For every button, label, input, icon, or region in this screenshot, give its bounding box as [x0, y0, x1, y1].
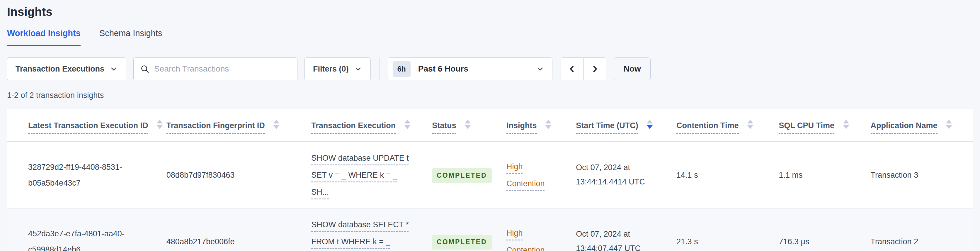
now-button[interactable]: Now — [614, 58, 651, 80]
cell-application-name: Transaction 2 — [871, 208, 973, 251]
column-header-application-name[interactable]: Application Name — [871, 109, 973, 142]
next-time-window-button[interactable] — [584, 58, 606, 80]
cell-start-time: Oct 07, 2024 at 13:44:07.447 UTC — [576, 227, 664, 251]
transaction-insights-table: Latest Transaction Execution ID Transact… — [7, 109, 973, 251]
sort-icon — [274, 120, 279, 129]
cell-contention-time: 21.3 s — [676, 208, 779, 251]
controls-row: Transaction Executions Filters (0) 6h Pa… — [7, 58, 973, 80]
chevron-down-icon — [110, 65, 118, 73]
tab-bar: Workload Insights Schema Insights — [7, 29, 973, 46]
status-badge: COMPLETED — [432, 235, 492, 249]
column-header-sql-cpu-time[interactable]: SQL CPU Time — [779, 109, 870, 142]
cell-sql-cpu-time: 1.1 ms — [779, 142, 870, 208]
column-header-insights[interactable]: Insights — [506, 109, 576, 142]
column-header-latest-transaction-execution-id[interactable]: Latest Transaction Execution ID — [7, 109, 167, 142]
search-icon — [140, 64, 150, 74]
cell-start-time: Oct 07, 2024 at 13:44:14.4414 UTC — [576, 160, 664, 189]
cell-sql-cpu-time: 716.3 µs — [779, 208, 870, 251]
sort-icon-active-desc — [647, 120, 653, 129]
chevron-left-icon — [567, 64, 577, 74]
results-summary: 1-2 of 2 transaction insights — [7, 91, 973, 100]
search-input[interactable] — [154, 64, 291, 74]
table-row: 452da3e7-e7fa-4801-aa40-c59988d14eb6 480… — [7, 208, 973, 251]
cell-latest-execution-id: 328729d2-ff19-4408-8531-b05a5b4e43c7 — [7, 142, 167, 208]
time-shortcut-chip: 6h — [393, 61, 410, 77]
table-row: 328729d2-ff19-4408-8531-b05a5b4e43c7 08d… — [7, 142, 973, 208]
previous-time-window-button[interactable] — [561, 58, 584, 80]
cell-fingerprint-id: 480a8b217be006fe — [167, 208, 311, 251]
column-header-status[interactable]: Status — [432, 109, 506, 142]
insights-table-card: Latest Transaction Execution ID Transact… — [7, 109, 973, 251]
insight-link[interactable]: High Contention — [506, 158, 550, 192]
page-title: Insights — [7, 0, 973, 19]
time-range-label: Past 6 Hours — [418, 64, 536, 74]
cell-application-name: Transaction 3 — [871, 142, 973, 208]
tab-schema-insights[interactable]: Schema Insights — [99, 29, 162, 46]
sort-icon — [546, 120, 551, 129]
time-window-pager — [561, 58, 606, 80]
filters-dropdown-label: Filters (0) — [313, 64, 349, 74]
chevron-down-icon — [536, 64, 544, 73]
divider — [379, 58, 380, 80]
chevron-right-icon — [590, 64, 600, 74]
sort-icon — [157, 120, 163, 129]
sort-icon — [747, 120, 753, 129]
tab-workload-insights[interactable]: Workload Insights — [7, 29, 81, 46]
status-badge: COMPLETED — [432, 168, 492, 183]
sort-icon — [843, 120, 849, 129]
insights-page: Insights Workload Insights Schema Insigh… — [0, 0, 980, 251]
column-header-transaction-execution[interactable]: Transaction Execution — [311, 109, 432, 142]
chevron-down-icon — [354, 65, 362, 73]
sort-icon — [946, 120, 952, 129]
time-range-picker[interactable]: 6h Past 6 Hours — [388, 58, 552, 80]
sort-icon — [404, 120, 410, 129]
cell-latest-execution-id: 452da3e7-e7fa-4801-aa40-c59988d14eb6 — [7, 208, 167, 251]
cell-fingerprint-id: 08d8b7d97f830463 — [167, 142, 311, 208]
insight-type-dropdown[interactable]: Transaction Executions — [7, 58, 126, 80]
insight-link[interactable]: High Contention — [506, 225, 550, 251]
transaction-execution-link[interactable]: SHOW database SELECT * FROM t WHERE k = … — [311, 216, 411, 251]
table-header-row: Latest Transaction Execution ID Transact… — [7, 109, 973, 142]
column-header-contention-time[interactable]: Contention Time — [676, 109, 779, 142]
column-header-transaction-fingerprint-id[interactable]: Transaction Fingerprint ID — [167, 109, 311, 142]
cell-contention-time: 14.1 s — [676, 142, 779, 208]
sort-icon — [465, 120, 471, 129]
transaction-execution-link[interactable]: SHOW database UPDATE t SET v = _ WHERE k… — [311, 150, 411, 201]
insight-type-dropdown-label: Transaction Executions — [16, 64, 104, 74]
search-box — [134, 58, 298, 80]
filters-dropdown[interactable]: Filters (0) — [304, 58, 371, 80]
column-header-start-time[interactable]: Start Time (UTC) — [576, 109, 676, 142]
